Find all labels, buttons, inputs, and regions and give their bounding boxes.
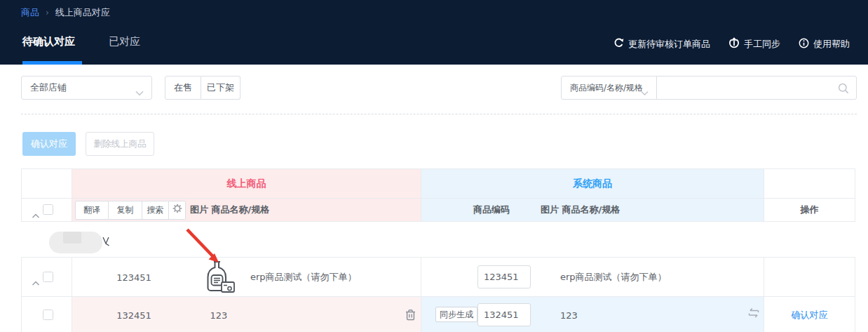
shop-badge-glyph <box>102 237 110 250</box>
system-products-group-title: 系统商品 <box>421 169 764 198</box>
search-type-select[interactable]: 商品编码/名称/规格 <box>561 76 657 100</box>
row1-ops-cell <box>764 258 855 297</box>
table-header: 线上商品 系统商品 翻译 复制 搜索 图片 商品名称/规格 商品编码 <box>21 168 855 222</box>
online-product-name: 123 <box>184 310 254 320</box>
row-checkbox[interactable] <box>43 310 53 320</box>
filter-offshelf-button[interactable]: 已下架 <box>201 76 240 100</box>
sync-upload-icon <box>728 37 740 51</box>
swap-arrows-icon[interactable] <box>747 307 761 321</box>
system-product-name: 123 <box>560 310 578 320</box>
refresh-icon <box>613 38 624 51</box>
row2-system-cell: 同步生成 123 <box>421 297 764 332</box>
search-titles-button[interactable]: 搜索 <box>142 201 169 220</box>
row1-select-cell <box>22 258 72 297</box>
copy-button[interactable]: 复制 <box>109 201 142 220</box>
collapse-caret-icon[interactable] <box>32 275 40 288</box>
chevron-down-icon <box>135 86 144 99</box>
online-products-group-title: 线上商品 <box>72 169 421 198</box>
system-product-name: erp商品测试（请勿下单） <box>560 271 667 284</box>
info-icon <box>799 38 809 51</box>
online-product-code: 123451 <box>99 272 169 282</box>
search-icon[interactable] <box>838 83 849 97</box>
system-name-column-header: 图片 商品名称/规格 <box>541 199 620 221</box>
online-product-code: 132451 <box>99 310 169 320</box>
search-input[interactable] <box>657 77 856 99</box>
ops-column-header: 操作 <box>764 199 855 221</box>
subheader-system: 商品编码 图片 商品名称/规格 <box>421 199 764 221</box>
product-image-placeholder-icon[interactable] <box>200 260 236 297</box>
online-product-name: erp商品测试（请勿下单） <box>250 271 357 284</box>
search-type-value: 商品编码/名称/规格 <box>570 77 643 99</box>
refresh-pending-orders-button[interactable]: 更新待审核订单商品 <box>613 38 710 51</box>
online-name-column-header: 图片 商品名称/规格 <box>190 199 269 221</box>
filter-onsale-button[interactable]: 在售 <box>165 76 201 100</box>
row2-online-cell: 132451 123 <box>72 297 421 332</box>
shop-name-redacted-tile <box>63 232 81 244</box>
row-checkbox[interactable] <box>43 272 53 282</box>
group-header-online: 线上商品 <box>72 169 421 199</box>
online-product-mapping-page: 商品›线上商品对应 待确认对应 已对应 更新待审核订单商品 手工同步 使用帮助 <box>0 0 868 332</box>
delete-online-product-button[interactable]: 删除线上商品 <box>86 132 154 156</box>
sync-generated-tag: 同步生成 <box>435 307 477 322</box>
confirm-mapping-link[interactable]: 确认对应 <box>764 309 855 321</box>
search-box <box>656 76 857 100</box>
topbar <box>0 0 868 65</box>
confirm-mapping-bulk-button[interactable]: 确认对应 <box>22 132 76 156</box>
breadcrumb-separator: › <box>46 8 49 18</box>
shop-select[interactable]: 全部店铺 <box>21 76 152 100</box>
tab-matched[interactable]: 已对应 <box>109 35 140 48</box>
listing-status-filter: 在售 已下架 <box>165 76 240 100</box>
breadcrumb-current: 线上商品对应 <box>55 7 110 18</box>
group-header-ops-cell <box>764 169 855 199</box>
group-header-system: 系统商品 <box>421 169 764 199</box>
breadcrumb: 商品›线上商品对应 <box>21 6 110 19</box>
manual-sync-button[interactable]: 手工同步 <box>728 37 780 51</box>
row1-system-cell: erp商品测试（请勿下单） <box>421 258 764 297</box>
system-code-input[interactable] <box>477 303 531 326</box>
group-header-select-cell <box>22 169 72 199</box>
subheader-select-cell <box>22 199 72 221</box>
select-all-checkbox[interactable] <box>43 204 53 215</box>
table-body: 123451 erp商品测试（请勿下单） erp商品测试（请勿下单） <box>21 257 855 332</box>
subheader-ops: 操作 <box>764 199 855 221</box>
gear-icon[interactable] <box>169 201 186 220</box>
row2-ops-cell: 确认对应 <box>764 297 855 332</box>
translate-button[interactable]: 翻译 <box>75 201 109 220</box>
chevron-down-icon <box>641 86 649 99</box>
row2-select-cell <box>22 297 72 332</box>
trash-icon[interactable] <box>405 309 416 324</box>
collapse-caret-icon[interactable] <box>32 208 40 221</box>
shop-select-value: 全部店铺 <box>30 77 67 99</box>
tab-pending-confirm[interactable]: 待确认对应 <box>22 35 75 48</box>
help-button[interactable]: 使用帮助 <box>799 38 850 51</box>
section-divider <box>21 114 857 114</box>
topbar-actions: 更新待审核订单商品 手工同步 使用帮助 <box>613 37 850 51</box>
breadcrumb-root[interactable]: 商品 <box>21 7 39 18</box>
online-toolbar: 翻译 复制 搜索 <box>75 201 186 220</box>
row1-online-cell: 123451 erp商品测试（请勿下单） <box>72 258 421 297</box>
subheader-online: 翻译 复制 搜索 图片 商品名称/规格 <box>72 199 421 221</box>
system-code-input[interactable] <box>477 265 531 288</box>
system-code-column-header: 商品编码 <box>449 199 534 221</box>
active-tab-underline <box>22 61 82 65</box>
